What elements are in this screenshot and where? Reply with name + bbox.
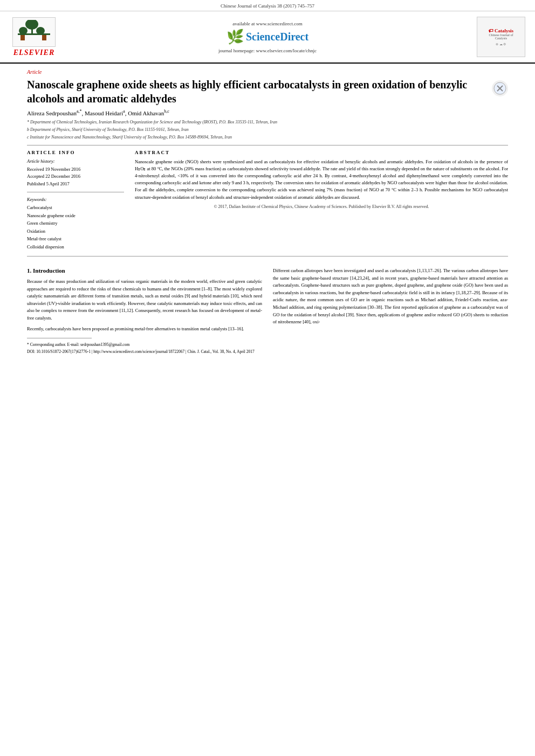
crossmark-icon	[492, 80, 508, 96]
journal-title: Chinese Journal of Catalysis 38 (2017) 7…	[221, 3, 314, 9]
intro-paragraph-2: Recently, carbocatalysts have been propo…	[27, 325, 262, 333]
published-date: Published 5 April 2017	[27, 181, 124, 188]
affiliation-a: * Department of Chemical Technologies, I…	[27, 119, 508, 126]
svg-point-4	[36, 27, 45, 34]
section-title-text: Introduction	[33, 267, 65, 274]
authors-line: Alireza Sedrpoushana,*, Masoud Heidaria,…	[27, 109, 508, 116]
main-title-area: Nanoscale graphene oxide sheets as highl…	[27, 78, 508, 106]
homepage-text: journal homepage: www.elsevier.com/locat…	[69, 48, 466, 53]
footnotes: * Corresponding author. E-mail: sedrpous…	[27, 342, 262, 355]
header-center: available at www.sciencedirect.com 🌿 Sci…	[69, 21, 466, 53]
elsevier-text: ELSEVIER	[13, 48, 54, 57]
article-section: Article Nanoscale graphene oxide sheets …	[0, 64, 535, 251]
sciencedirect-logo: 🌿 ScienceDirect	[69, 29, 466, 45]
history-label: Article history:	[27, 158, 124, 164]
accepted-date: Accepted 22 December 2016	[27, 173, 124, 181]
info-divider	[27, 192, 124, 192]
affiliations: * Department of Chemical Technologies, I…	[27, 119, 508, 141]
sciencedirect-text: ScienceDirect	[246, 31, 308, 43]
svg-point-2	[25, 20, 38, 30]
page: Chinese Journal of Catalysis 38 (2017) 7…	[0, 0, 535, 756]
abstract-paragraph: Nanoscale graphene oxide (NGO) sheets we…	[135, 158, 508, 201]
doi-footnote: DOI: 10.1016/S1872-2067(17)62776-1 | htt…	[27, 349, 262, 355]
journal-header: Chinese Journal of Catalysis 38 (2017) 7…	[0, 0, 535, 11]
author2-name: , Masoud Heidari	[82, 110, 124, 116]
keyword-2: Nanoscale graphene oxide	[27, 212, 124, 219]
abstract-col: ABSTRACT Nanoscale graphene oxide (NGO) …	[135, 150, 508, 251]
elsevier-tree-icon	[15, 20, 53, 44]
available-text: available at www.sciencedirect.com	[69, 21, 466, 26]
right-col-paragraph: Different carbon allotropes have been in…	[273, 267, 508, 326]
elsevier-logo: ELSEVIER	[10, 17, 58, 57]
keyword-6: Colloidal dispersion	[27, 243, 124, 251]
left-column: 1. Introduction Because of the mass prod…	[27, 267, 262, 356]
catalysis-label: 🏷 Catalysis Chinese Journal of Catalysis…	[489, 28, 513, 46]
author3-name: , Omid Akhavan	[125, 110, 164, 116]
corresponding-footnote: * Corresponding author. E-mail: sedrpous…	[27, 342, 262, 348]
catalysis-logo: 🏷 Catalysis Chinese Journal of Catalysis…	[477, 17, 525, 57]
copyright-line: © 2017, Dalian Institute of Chemical Phy…	[135, 204, 508, 209]
article-tag: Article	[27, 69, 508, 75]
info-abstract-cols: ARTICLE INFO Article history: Received 1…	[27, 150, 508, 251]
author1-name: Alireza Sedrpoushan	[27, 110, 77, 116]
article-info-header: ARTICLE INFO	[27, 150, 124, 155]
footnote-divider	[27, 338, 92, 338]
keyword-5: Metal-free catalyst	[27, 235, 124, 242]
divider	[27, 145, 508, 145]
svg-point-3	[19, 27, 28, 34]
intro-paragraph-1: Because of the mass production and utili…	[27, 278, 262, 322]
article-info-col: ARTICLE INFO Article history: Received 1…	[27, 150, 124, 251]
header-section: ELSEVIER available at www.sciencedirect.…	[0, 11, 535, 64]
svg-rect-5	[20, 35, 25, 40]
keywords-header: Keywords:	[27, 197, 124, 202]
main-title: Nanoscale graphene oxide sheets as highl…	[27, 78, 486, 106]
keyword-1: Carbocatalyst	[27, 204, 124, 211]
received-date: Received 19 November 2016	[27, 166, 124, 174]
elsevier-logo-image	[12, 17, 56, 47]
sciencedirect-icon: 🌿	[227, 29, 244, 45]
intro-section-title: 1. Introduction	[27, 267, 262, 274]
affiliation-c: c Institute for Nanoscience and Nanotech…	[27, 134, 508, 141]
keyword-4: Oxidation	[27, 227, 124, 235]
section-number: 1.	[27, 267, 31, 274]
keywords-list: Carbocatalyst Nanoscale graphene oxide G…	[27, 204, 124, 251]
right-column: Different carbon allotropes have been in…	[273, 267, 508, 356]
article-dates: Received 19 November 2016 Accepted 22 De…	[27, 166, 124, 188]
keyword-3: Green chemistry	[27, 219, 124, 227]
abstract-text: Nanoscale graphene oxide (NGO) sheets we…	[135, 158, 508, 201]
section-divider	[27, 256, 508, 256]
svg-rect-6	[42, 35, 46, 40]
affiliation-b: b Department of Physics, Sharif Universi…	[27, 127, 508, 133]
abstract-header: ABSTRACT	[135, 150, 508, 155]
main-content: 1. Introduction Because of the mass prod…	[0, 262, 535, 362]
author3-sup: b,c	[164, 109, 169, 114]
author1-sup: a,*	[77, 109, 82, 114]
